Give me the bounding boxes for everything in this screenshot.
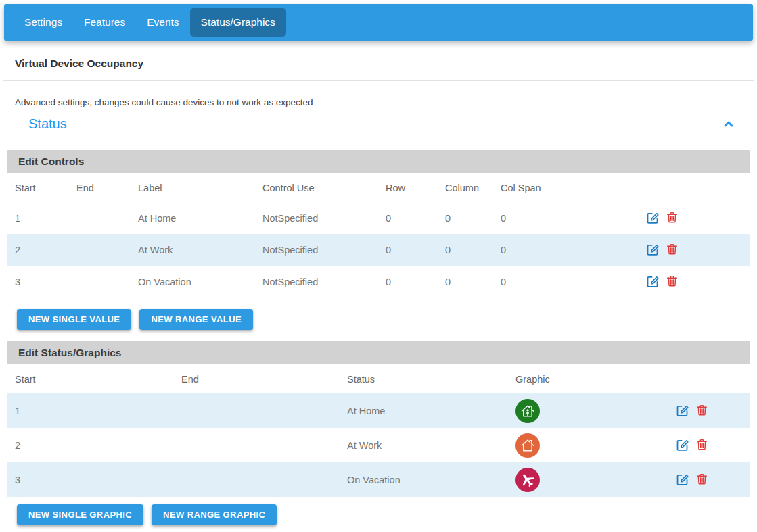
cell-start: 2	[7, 234, 68, 266]
title-divider	[3, 80, 754, 81]
cell-start: 1	[7, 393, 173, 428]
home-occupied-icon	[515, 399, 540, 423]
tab-features[interactable]: Features	[73, 8, 136, 37]
new-range-value-button[interactable]: NEW RANGE VALUE	[139, 309, 253, 330]
cell-graphic	[507, 462, 633, 497]
cell-row: 0	[377, 266, 437, 297]
cell-control-use: NotSpecified	[254, 234, 377, 266]
table-header-row: Start End Status Graphic	[7, 364, 750, 393]
advanced-settings-warning: Advanced settings, changes could cause d…	[15, 97, 742, 107]
col-header-end: End	[173, 364, 339, 393]
delete-icon[interactable]	[666, 274, 679, 288]
tab-events[interactable]: Events	[136, 8, 189, 37]
edit-status-graphics-table: Start End Status Graphic 1 At Home	[7, 364, 750, 497]
col-header-start: Start	[7, 173, 68, 202]
cell-start: 2	[7, 428, 173, 462]
delete-icon[interactable]	[666, 242, 679, 256]
col-header-col-span: Col Span	[492, 173, 574, 202]
col-header-column: Column	[437, 173, 492, 202]
col-header-graphic: Graphic	[507, 364, 633, 393]
top-nav-bar: Settings Features Events Status/Graphics	[4, 4, 753, 41]
cell-graphic	[507, 428, 633, 462]
cell-column: 0	[437, 234, 492, 266]
cell-label: On Vacation	[130, 266, 254, 297]
new-range-graphic-button[interactable]: NEW RANGE GRAPHIC	[152, 504, 277, 525]
cell-col-span: 0	[492, 266, 574, 297]
table-header-row: Start End Label Control Use Row Column C…	[7, 173, 750, 202]
new-single-value-button[interactable]: NEW SINGLE VALUE	[17, 309, 131, 330]
cell-col-span: 0	[492, 202, 574, 234]
chevron-up-icon	[722, 118, 735, 131]
col-header-end: End	[68, 173, 130, 202]
cell-end	[68, 202, 130, 234]
table-row: 1 At Home	[7, 393, 750, 428]
table-row: 1 At Home NotSpecified 0 0 0	[7, 202, 750, 234]
cell-end	[68, 234, 130, 266]
delete-icon[interactable]	[666, 210, 679, 224]
edit-icon[interactable]	[675, 472, 689, 486]
cell-end	[173, 393, 339, 428]
table-row: 3 On Vacation	[7, 462, 750, 497]
tab-status-graphics[interactable]: Status/Graphics	[190, 8, 286, 37]
cell-graphic	[507, 393, 633, 428]
cell-column: 0	[437, 202, 492, 234]
cell-label: At Work	[130, 234, 254, 266]
status-section-header: Status	[28, 116, 735, 132]
collapse-button[interactable]	[722, 118, 735, 131]
col-header-status: Status	[339, 364, 507, 393]
tab-settings[interactable]: Settings	[14, 8, 73, 37]
delete-icon[interactable]	[695, 437, 708, 452]
col-header-start: Start	[7, 364, 173, 393]
delete-icon[interactable]	[695, 472, 708, 486]
delete-icon[interactable]	[695, 403, 708, 417]
cell-status: On Vacation	[339, 462, 507, 497]
edit-icon[interactable]	[675, 403, 689, 417]
cell-control-use: NotSpecified	[254, 266, 377, 297]
page-title: Virtual Device Occupancy	[15, 57, 742, 70]
col-header-row: Row	[377, 173, 437, 202]
edit-icon[interactable]	[675, 437, 689, 452]
cell-start: 3	[7, 462, 173, 497]
cell-status: At Work	[339, 428, 507, 462]
table-row: 2 At Work	[7, 428, 750, 462]
col-header-label: Label	[130, 173, 254, 202]
cell-end	[173, 462, 339, 497]
airplane-icon	[515, 468, 540, 492]
edit-status-graphics-section: Edit Status/Graphics Start End Status Gr…	[7, 341, 750, 525]
cell-start: 1	[7, 202, 68, 234]
graphics-button-row: NEW SINGLE GRAPHIC NEW RANGE GRAPHIC	[17, 504, 750, 525]
cell-column: 0	[437, 266, 492, 297]
col-header-actions	[633, 364, 750, 393]
cell-label: At Home	[130, 202, 254, 234]
edit-controls-table: Start End Label Control Use Row Column C…	[7, 173, 750, 297]
new-single-graphic-button[interactable]: NEW SINGLE GRAPHIC	[17, 504, 143, 525]
cell-row: 0	[377, 202, 437, 234]
edit-icon[interactable]	[645, 242, 660, 256]
edit-icon[interactable]	[645, 210, 660, 224]
edit-status-graphics-header: Edit Status/Graphics	[7, 341, 750, 364]
col-header-actions	[574, 173, 750, 202]
cell-end	[173, 428, 339, 462]
cell-status: At Home	[339, 393, 507, 428]
cell-col-span: 0	[492, 234, 574, 266]
controls-button-row: NEW SINGLE VALUE NEW RANGE VALUE	[17, 309, 750, 330]
cell-row: 0	[377, 234, 437, 266]
cell-control-use: NotSpecified	[254, 202, 377, 234]
edit-controls-header: Edit Controls	[7, 150, 750, 173]
cell-end	[68, 266, 130, 297]
home-empty-icon	[515, 433, 540, 458]
table-row: 3 On Vacation NotSpecified 0 0 0	[7, 266, 750, 297]
cell-start: 3	[7, 266, 68, 297]
edit-icon[interactable]	[645, 274, 660, 288]
edit-controls-section: Edit Controls Start End Label Control Us…	[7, 150, 750, 330]
status-section-title[interactable]: Status	[28, 116, 67, 132]
table-row: 2 At Work NotSpecified 0 0 0	[7, 234, 750, 266]
col-header-control-use: Control Use	[254, 173, 377, 202]
